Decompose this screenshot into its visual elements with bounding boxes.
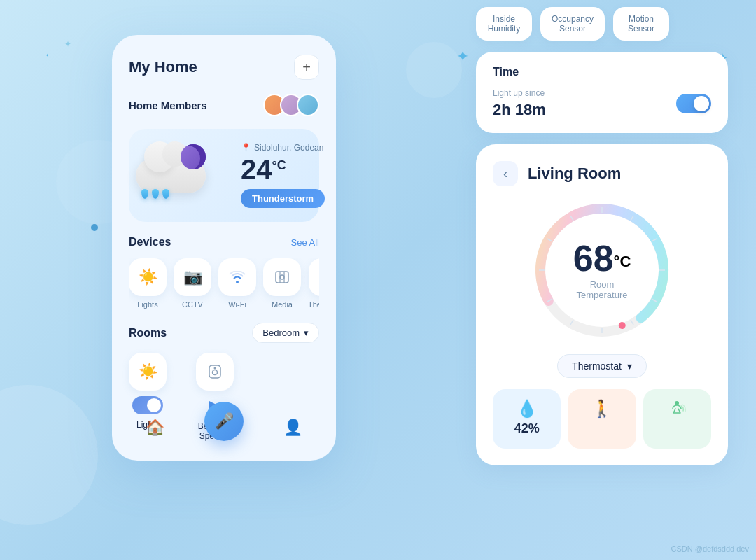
- lights-toggle[interactable]: [132, 396, 163, 414]
- time-label: Light up since: [493, 88, 546, 98]
- rooms-title: Rooms: [129, 327, 167, 340]
- tab-motion-sensor[interactable]: MotionSensor: [613, 7, 669, 41]
- living-room-header: ‹ Living Room: [493, 161, 711, 186]
- occupancy-tab-label: OccupancySensor: [552, 14, 594, 34]
- toggle-thumb: [147, 398, 161, 412]
- device-thermostat[interactable]: 🌡️ Thermostat: [308, 258, 319, 309]
- thermostat-select[interactable]: Thermostat ▾: [557, 354, 647, 378]
- avatars: [263, 94, 319, 116]
- temperature-display: 68°C RoomTemperature: [573, 240, 631, 300]
- tab-inside-humidity[interactable]: InsideHumidity: [476, 7, 532, 41]
- back-button[interactable]: ‹: [493, 161, 518, 186]
- room-dropdown[interactable]: Bedroom ▾: [252, 323, 319, 343]
- temperature-value: 68°C: [573, 240, 631, 276]
- device-wifi[interactable]: Wi-Fi: [218, 258, 256, 309]
- svg-point-6: [214, 368, 216, 370]
- svg-point-1: [280, 275, 284, 279]
- bg-blob-1: [0, 385, 98, 525]
- home-members-label: Home Members: [129, 99, 207, 111]
- temp-label: RoomTemperature: [573, 279, 631, 300]
- weather-temperature: 24°C: [241, 155, 325, 183]
- sensor-mini-cards-row: 💧 42% 🚶: [493, 389, 711, 449]
- right-panel: InsideHumidity OccupancySensor MotionSen…: [476, 0, 728, 465]
- device-cctv-icon: 📷: [174, 258, 211, 296]
- device-wifi-label: Wi-Fi: [228, 300, 246, 309]
- sensor-tabs: InsideHumidity OccupancySensor MotionSen…: [476, 0, 728, 52]
- humidity-icon: 💧: [501, 399, 552, 419]
- motion-icon: [652, 399, 703, 423]
- weather-card: 📍 Sidoluhur, Godean 24°C Thunderstorm: [129, 129, 319, 222]
- time-info: Light up since 2h 18m: [493, 88, 546, 119]
- weather-condition: Thunderstorm: [241, 189, 325, 208]
- thermostat-dial: 68°C RoomTemperature: [493, 200, 711, 340]
- location-icon: 📍: [241, 143, 251, 153]
- humidity-value: 42%: [501, 421, 552, 436]
- home-members-row: Home Members: [129, 94, 319, 116]
- voice-button[interactable]: 🎤: [204, 402, 244, 441]
- sparkle-4: ✦: [46, 52, 49, 57]
- svg-rect-0: [276, 272, 288, 283]
- weather-icon: [122, 125, 227, 216]
- add-button[interactable]: +: [294, 55, 319, 80]
- thermostat-dropdown-icon: ▾: [627, 360, 632, 372]
- see-all-button[interactable]: See All: [291, 237, 319, 248]
- svg-point-5: [213, 370, 218, 375]
- bg-blob-3: [406, 42, 462, 98]
- weather-info: 📍 Sidoluhur, Godean 24°C Thunderstorm: [241, 143, 325, 208]
- device-media-label: Media: [272, 300, 293, 309]
- time-value: 2h 18m: [493, 101, 546, 119]
- thermostat-dropdown-container: Thermostat ▾: [493, 354, 711, 378]
- moon-shape: [181, 144, 206, 169]
- device-cctv[interactable]: 📷 CCTV: [174, 258, 211, 309]
- avatar-3: [297, 94, 319, 116]
- device-media[interactable]: Media: [263, 258, 301, 309]
- time-toggle[interactable]: [676, 94, 711, 113]
- device-lights[interactable]: ☀️ Lights: [129, 258, 167, 309]
- svg-point-23: [675, 401, 679, 405]
- dot-1: [91, 224, 98, 231]
- sparkle-3: ✦: [64, 39, 71, 49]
- device-thermostat-label: Thermostat: [308, 300, 319, 309]
- humidity-tab-label: InsideHumidity: [487, 14, 521, 34]
- device-thermostat-icon: 🌡️: [309, 258, 319, 296]
- sensor-humidity: 💧 42%: [493, 389, 561, 449]
- watermark: CSDN @defdsddd dev: [671, 545, 749, 553]
- devices-title: Devices: [129, 236, 172, 248]
- living-room-card: ‹ Living Room: [476, 144, 728, 465]
- devices-header: Devices See All: [129, 236, 319, 248]
- rooms-header: Rooms Bedroom ▾: [129, 323, 319, 343]
- rain-drop-2: [152, 189, 159, 199]
- device-wifi-icon: [218, 258, 256, 296]
- device-lights-label: Lights: [137, 300, 158, 309]
- time-title: Time: [493, 66, 711, 78]
- sensor-occupancy: 🚶: [568, 389, 636, 449]
- room-lights-icon: ☀️: [129, 353, 167, 391]
- room-speaker-icon: [196, 353, 234, 391]
- time-row: Light up since 2h 18m: [493, 88, 711, 119]
- device-media-icon: [263, 258, 301, 296]
- chevron-down-icon: ▾: [304, 328, 309, 338]
- time-card: Time Light up since 2h 18m: [476, 52, 728, 133]
- rain-drops: [141, 189, 169, 199]
- profile-nav-icon[interactable]: 👤: [284, 419, 302, 437]
- phone-title: My Home: [129, 58, 197, 76]
- device-cctv-label: CCTV: [182, 300, 203, 309]
- phone-header: My Home +: [129, 55, 319, 80]
- motion-tab-label: MotionSensor: [624, 14, 658, 34]
- phone-card: My Home + Home Members: [112, 35, 336, 461]
- sparkle-1: ✦: [456, 48, 469, 66]
- devices-row: ☀️ Lights 📷 CCTV Wi-Fi: [129, 258, 319, 309]
- device-lights-icon: ☀️: [129, 258, 167, 296]
- weather-location: 📍 Sidoluhur, Godean: [241, 143, 325, 153]
- cloud-shape: [129, 143, 220, 199]
- sensor-motion: [643, 389, 711, 449]
- time-toggle-thumb: [694, 96, 709, 111]
- occupancy-icon: 🚶: [576, 399, 627, 419]
- tab-occupancy-sensor[interactable]: OccupancySensor: [540, 7, 605, 41]
- rain-drop-1: [141, 189, 148, 199]
- rain-drop-3: [162, 189, 169, 199]
- living-room-title: Living Room: [528, 164, 621, 183]
- home-nav-icon[interactable]: 🏠: [146, 419, 164, 437]
